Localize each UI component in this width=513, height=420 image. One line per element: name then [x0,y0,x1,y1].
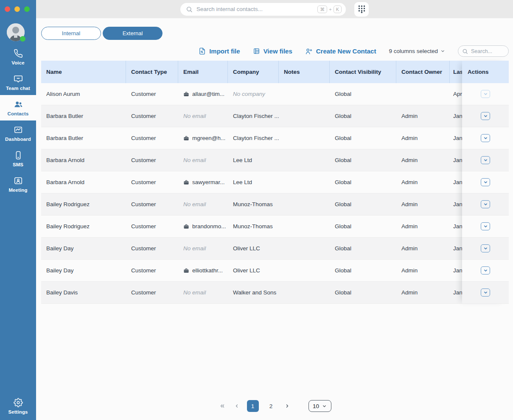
cell-contact-owner: Admin [396,105,450,127]
create-new-contact-label: Create New Contact [316,48,376,55]
dialpad-icon [358,5,365,13]
view-files-button[interactable]: View files [253,48,292,55]
briefcase-icon [183,135,189,141]
row-actions-button[interactable] [481,178,490,186]
row-actions-button[interactable] [481,200,490,208]
user-avatar[interactable] [7,23,25,41]
cell-company: No company [228,83,279,105]
previous-page-button[interactable] [233,402,241,410]
page-button-2[interactable]: 2 [265,400,277,412]
cell-contact-owner: Admin [396,193,450,215]
row-actions-button[interactable] [481,222,490,230]
cell-contact-type: Customer [126,282,178,303]
cell-contact-type: Customer [126,83,178,105]
sidebar-item-label: Settings [8,409,28,414]
tab-external[interactable]: External [103,27,163,40]
sidebar-item-team-chat[interactable]: Team chat [0,70,36,95]
table-row[interactable]: Barbara Butler Customer No email Clayton… [41,105,509,127]
table-row[interactable]: Bailey Rodriguez Customer No email Munoz… [41,193,509,216]
cell-name: Bailey Day [41,238,126,259]
cell-email: No email [178,149,228,171]
global-search[interactable]: ⌘ + K [180,3,346,16]
email-text: mgreen@h... [192,135,225,141]
table-row[interactable]: Bailey Rodriguez Customer brandonmo... M… [41,216,509,238]
table-row[interactable]: Barbara Butler Customer mgreen@h... Clay… [41,127,509,149]
cell-actions [462,238,509,260]
chat-bubble-icon [14,74,23,84]
briefcase-icon [183,179,189,185]
sidebar-item-meeting[interactable]: Meeting [0,171,36,197]
row-actions-button[interactable] [481,90,490,98]
row-actions-button[interactable] [481,112,490,120]
zoom-window-button[interactable] [24,6,30,12]
sidebar-item-contacts[interactable]: Contacts [0,95,36,120]
app-sidebar: Voice Team chat Contacts Dashboard SMS M… [0,0,36,420]
table-search[interactable] [458,45,509,57]
chevron-down-icon [483,202,488,207]
cell-email: brandonmo... [178,216,228,237]
create-new-contact-button[interactable]: Create New Contact [305,48,376,55]
page-button-1[interactable]: 1 [247,400,259,412]
table-row[interactable]: Bailey Day Customer elliottkathr... Oliv… [41,260,509,282]
page-size-select[interactable]: 10 [308,400,331,412]
chevron-down-icon [483,136,488,140]
minimize-window-button[interactable] [14,6,20,12]
cell-contact-visibility: Global [330,282,396,303]
email-text: No email [183,289,206,296]
row-actions-button[interactable] [481,156,490,164]
chevron-right-icon [284,403,290,409]
first-page-button[interactable] [218,402,227,410]
dialpad-button[interactable] [354,2,369,17]
cell-notes [279,216,330,237]
cell-company: Lee Ltd [228,149,279,171]
close-window-button[interactable] [5,6,10,12]
cell-company: Oliver LLC [228,260,279,281]
row-actions-button[interactable] [481,266,490,274]
sidebar-item-label: SMS [13,162,23,167]
plus-separator: + [329,7,331,12]
chevron-down-icon [483,158,488,162]
row-actions-button[interactable] [481,288,490,297]
next-page-button[interactable] [283,402,291,410]
cell-email: No email [178,105,228,127]
email-text: No email [183,201,206,207]
email-text: brandonmo... [192,223,226,230]
cell-contact-owner: Admin [396,149,450,171]
presence-status-dot [20,36,25,42]
contact-scope-tabs: Internal External [36,18,513,40]
sidebar-nav: Voice Team chat Contacts Dashboard SMS M… [0,44,36,197]
cell-contact-owner: Admin [396,282,450,303]
column-header-company: Company [228,61,279,83]
table-search-input[interactable] [471,48,505,54]
cell-notes [279,83,330,105]
cell-actions [462,216,509,238]
columns-selector-dropdown[interactable]: 9 columns selected [389,48,445,54]
cell-contact-type: Customer [126,149,178,171]
cell-contact-visibility: Global [330,105,396,127]
row-actions-button[interactable] [481,134,490,142]
sidebar-item-settings[interactable]: Settings [0,394,36,418]
row-actions-button[interactable] [481,244,490,252]
contacts-page: Internal External Import file View files… [36,18,513,420]
table-row[interactable]: Bailey Day Customer No email Oliver LLC … [41,238,509,260]
tab-internal[interactable]: Internal [41,27,101,40]
global-search-input[interactable] [196,6,314,12]
cmd-key-badge: ⌘ [317,6,327,13]
cell-email: No email [178,282,228,303]
sidebar-item-sms[interactable]: SMS [0,146,36,171]
table-row[interactable]: Bailey Davis Customer No email Walker an… [41,282,509,304]
cell-contact-visibility: Global [330,171,396,193]
table-row[interactable]: Barbara Arnold Customer No email Lee Ltd… [41,149,509,171]
cell-notes [279,282,330,303]
chevron-down-icon [322,404,327,409]
cell-company: Walker and Sons [228,282,279,303]
double-chevron-left-icon [219,403,226,409]
table-row[interactable]: Barbara Arnold Customer sawyermar... Lee… [41,171,509,193]
sidebar-item-voice[interactable]: Voice [0,44,36,70]
briefcase-icon [183,268,189,274]
cell-contact-type: Customer [126,260,178,281]
table-row[interactable]: Alison Aurum Customer allaur@tim... No c… [41,83,509,105]
window-controls [5,6,30,12]
sidebar-item-dashboard[interactable]: Dashboard [0,120,36,146]
import-file-button[interactable]: Import file [199,48,240,55]
